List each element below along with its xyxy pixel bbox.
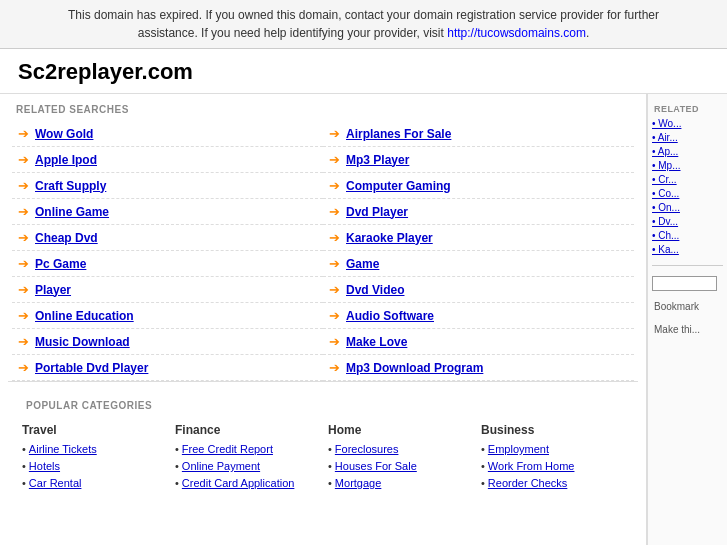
category-link[interactable]: Car Rental bbox=[29, 477, 82, 489]
arrow-icon: ➔ bbox=[329, 282, 340, 297]
arrow-icon: ➔ bbox=[18, 282, 29, 297]
popular-categories-label: POPULAR CATEGORIES bbox=[18, 390, 628, 417]
search-link[interactable]: Craft Supply bbox=[35, 179, 106, 193]
category-link[interactable]: Reorder Checks bbox=[488, 477, 567, 489]
related-searches-label: RELATED SEARCHES bbox=[8, 94, 638, 121]
arrow-icon: ➔ bbox=[329, 152, 340, 167]
list-item: ➔ Mp3 Player bbox=[323, 147, 634, 173]
category-col-finance: Finance Free Credit Report Online Paymen… bbox=[175, 423, 318, 492]
list-item: Online Payment bbox=[175, 458, 318, 473]
site-title: Sc2replayer.com bbox=[0, 49, 727, 94]
list-item: ➔ Airplanes For Sale bbox=[323, 121, 634, 147]
list-item: ➔ Apple Ipod bbox=[12, 147, 323, 173]
category-title: Home bbox=[328, 423, 471, 437]
arrow-icon: ➔ bbox=[329, 126, 340, 141]
list-item: ➔ Karaoke Player bbox=[323, 225, 634, 251]
arrow-icon: ➔ bbox=[18, 126, 29, 141]
search-link[interactable]: Pc Game bbox=[35, 257, 86, 271]
search-link[interactable]: Mp3 Download Program bbox=[346, 361, 483, 375]
sidebar-link[interactable]: • Ap... bbox=[652, 146, 723, 157]
search-link[interactable]: Apple Ipod bbox=[35, 153, 97, 167]
top-banner: This domain has expired. If you owned th… bbox=[0, 0, 727, 49]
arrow-icon: ➔ bbox=[18, 204, 29, 219]
list-item: Reorder Checks bbox=[481, 475, 624, 490]
sidebar-input[interactable] bbox=[652, 276, 717, 291]
category-title: Finance bbox=[175, 423, 318, 437]
right-sidebar: RELATED • Wo... • Air... • Ap... • Mp...… bbox=[647, 94, 727, 545]
list-item: ➔ Dvd Video bbox=[323, 277, 634, 303]
category-link[interactable]: Work From Home bbox=[488, 460, 575, 472]
list-item: Free Credit Report bbox=[175, 441, 318, 456]
list-item: ➔ Online Education bbox=[12, 303, 323, 329]
search-link[interactable]: Game bbox=[346, 257, 379, 271]
category-title: Business bbox=[481, 423, 624, 437]
category-link[interactable]: Free Credit Report bbox=[182, 443, 273, 455]
category-link[interactable]: Hotels bbox=[29, 460, 60, 472]
search-link[interactable]: Airplanes For Sale bbox=[346, 127, 451, 141]
search-link[interactable]: Online Game bbox=[35, 205, 109, 219]
list-item: ➔ Cheap Dvd bbox=[12, 225, 323, 251]
category-link[interactable]: Credit Card Application bbox=[182, 477, 295, 489]
sidebar-link[interactable]: • Air... bbox=[652, 132, 723, 143]
list-item: ➔ Wow Gold bbox=[12, 121, 323, 147]
list-item: Hotels bbox=[22, 458, 165, 473]
search-link[interactable]: Wow Gold bbox=[35, 127, 93, 141]
sidebar-link[interactable]: • Ka... bbox=[652, 244, 723, 255]
sidebar-link[interactable]: • Ch... bbox=[652, 230, 723, 241]
list-item: ➔ Online Game bbox=[12, 199, 323, 225]
sidebar-related-label: RELATED bbox=[652, 94, 723, 118]
category-link[interactable]: Online Payment bbox=[182, 460, 260, 472]
banner-link[interactable]: http://tucowsdomains.com bbox=[447, 26, 586, 40]
arrow-icon: ➔ bbox=[18, 308, 29, 323]
search-link[interactable]: Make Love bbox=[346, 335, 407, 349]
list-item: ➔ Make Love bbox=[323, 329, 634, 355]
search-link[interactable]: Computer Gaming bbox=[346, 179, 451, 193]
arrow-icon: ➔ bbox=[329, 230, 340, 245]
popular-categories: POPULAR CATEGORIES Travel Airline Ticket… bbox=[8, 381, 638, 502]
category-link[interactable]: Employment bbox=[488, 443, 549, 455]
search-link[interactable]: Cheap Dvd bbox=[35, 231, 98, 245]
arrow-icon: ➔ bbox=[18, 360, 29, 375]
list-item: ➔ Game bbox=[323, 251, 634, 277]
list-item: ➔ Mp3 Download Program bbox=[323, 355, 634, 381]
search-link[interactable]: Dvd Player bbox=[346, 205, 408, 219]
left-panel: RELATED SEARCHES ➔ Wow Gold ➔ Airplanes … bbox=[0, 94, 647, 545]
category-col-business: Business Employment Work From Home Reord… bbox=[481, 423, 624, 492]
category-link[interactable]: Houses For Sale bbox=[335, 460, 417, 472]
sidebar-link[interactable]: • Mp... bbox=[652, 160, 723, 171]
category-link[interactable]: Mortgage bbox=[335, 477, 381, 489]
category-link[interactable]: Airline Tickets bbox=[29, 443, 97, 455]
arrow-icon: ➔ bbox=[329, 256, 340, 271]
sidebar-link[interactable]: • Dv... bbox=[652, 216, 723, 227]
category-link[interactable]: Foreclosures bbox=[335, 443, 399, 455]
search-link[interactable]: Karaoke Player bbox=[346, 231, 433, 245]
list-item: ➔ Pc Game bbox=[12, 251, 323, 277]
bookmark-label: Bookmark bbox=[652, 299, 723, 314]
search-link[interactable]: Portable Dvd Player bbox=[35, 361, 148, 375]
list-item: Mortgage bbox=[328, 475, 471, 490]
search-link[interactable]: Online Education bbox=[35, 309, 134, 323]
arrow-icon: ➔ bbox=[329, 178, 340, 193]
arrow-icon: ➔ bbox=[18, 152, 29, 167]
make-label: Make thi... bbox=[652, 322, 723, 337]
category-title: Travel bbox=[22, 423, 165, 437]
sidebar-link[interactable]: • On... bbox=[652, 202, 723, 213]
search-link[interactable]: Mp3 Player bbox=[346, 153, 409, 167]
search-link[interactable]: Dvd Video bbox=[346, 283, 404, 297]
list-item: ➔ Dvd Player bbox=[323, 199, 634, 225]
arrow-icon: ➔ bbox=[18, 230, 29, 245]
arrow-icon: ➔ bbox=[329, 360, 340, 375]
sidebar-link[interactable]: • Cr... bbox=[652, 174, 723, 185]
main-layout: RELATED SEARCHES ➔ Wow Gold ➔ Airplanes … bbox=[0, 94, 727, 545]
list-item: Employment bbox=[481, 441, 624, 456]
search-link[interactable]: Music Download bbox=[35, 335, 130, 349]
categories-grid: Travel Airline Tickets Hotels Car Rental… bbox=[18, 417, 628, 498]
list-item: Foreclosures bbox=[328, 441, 471, 456]
search-link[interactable]: Player bbox=[35, 283, 71, 297]
search-link[interactable]: Audio Software bbox=[346, 309, 434, 323]
related-searches-grid: ➔ Wow Gold ➔ Airplanes For Sale ➔ Apple … bbox=[8, 121, 638, 381]
sidebar-link[interactable]: • Wo... bbox=[652, 118, 723, 129]
list-item: Airline Tickets bbox=[22, 441, 165, 456]
list-item: Work From Home bbox=[481, 458, 624, 473]
sidebar-link[interactable]: • Co... bbox=[652, 188, 723, 199]
